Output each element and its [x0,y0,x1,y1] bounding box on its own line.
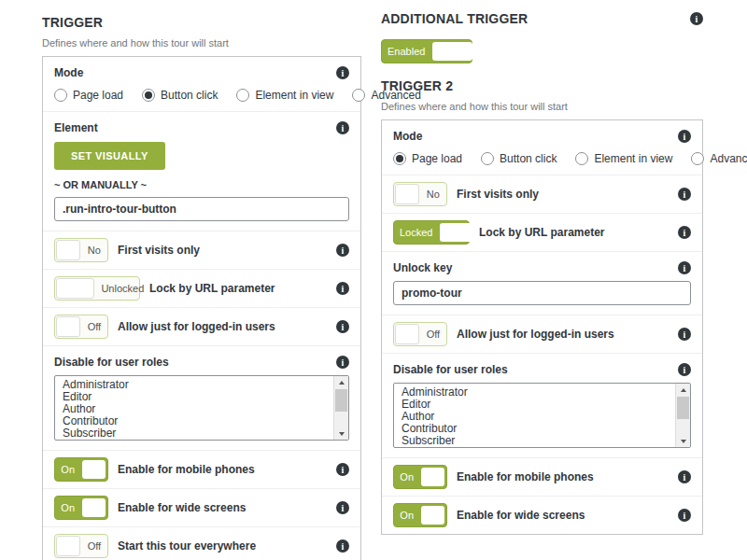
toggle-state-label: On [55,497,80,519]
scrollbar-thumb[interactable] [677,397,689,419]
radio-label: Button click [500,152,557,165]
logged-in-toggle[interactable]: Off [54,315,108,339]
unlock-key-input[interactable] [393,281,691,305]
info-icon[interactable] [336,501,349,514]
role-option[interactable]: Subscriber [63,427,326,440]
trigger-subtitle: Defines where and how this tour will sta… [42,37,361,49]
mobile-label: Enable for mobile phones [457,470,594,483]
role-option[interactable]: Subscriber [402,435,668,447]
mode-label: Mode [54,66,83,79]
info-icon[interactable] [678,188,691,201]
roles-label: Disable for user roles [393,363,508,376]
element-selector-input[interactable] [54,197,349,221]
roles-listbox[interactable]: Administrator Editor Author Contributor … [54,375,349,441]
wide-toggle[interactable]: On [54,496,108,520]
additional-trigger-enabled-toggle[interactable]: Enabled [381,39,472,63]
info-icon[interactable] [336,320,349,333]
radio-option-button-click[interactable]: Button click [481,152,557,165]
wide-toggle[interactable]: On [393,503,447,527]
listbox-scrollbar[interactable] [333,376,348,440]
roles-row: Disable for user roles Administrator Edi… [43,345,360,450]
lock-url-toggle[interactable]: Locked [393,220,470,245]
toggle-knob [56,536,80,556]
trigger-section: TRIGGER Defines where and how this tour … [42,15,361,560]
radio-option-element-in-view[interactable]: Element in view [236,89,333,102]
toggle-knob [82,498,106,517]
radio-option-element-in-view[interactable]: Element in view [575,152,672,165]
mobile-toggle[interactable]: On [54,457,108,482]
logged-in-toggle[interactable]: Off [393,322,447,346]
mobile-label: Enable for mobile phones [118,463,255,476]
info-icon[interactable] [336,539,349,553]
radio-option-button-click[interactable]: Button click [142,89,218,102]
roles-listbox[interactable]: Administrator Editor Author Contributor … [393,383,691,448]
first-visits-label: First visits only [118,244,200,257]
info-icon[interactable] [678,226,691,239]
radio-label: Page load [412,152,462,165]
logged-in-label: Allow just for logged-in users [457,328,614,341]
radio-icon-selected [142,89,155,102]
scroll-up-icon[interactable] [334,376,348,388]
info-icon[interactable] [336,66,349,79]
element-label: Element [54,121,98,134]
radio-option-advanced[interactable]: Advanced [691,152,747,165]
toggle-knob [421,468,444,486]
lock-url-toggle[interactable]: Unlocked [54,276,140,301]
toggle-state-label: Off [81,535,107,557]
info-icon[interactable] [336,356,349,369]
first-visits-toggle[interactable]: No [54,238,108,262]
set-visually-button[interactable]: SET VISUALLY [54,142,165,170]
radio-icon-selected [393,152,406,165]
radio-label: Element in view [594,152,672,165]
toggle-knob [432,42,472,61]
info-icon[interactable] [678,470,691,483]
first-visits-row: No First visits only [43,231,360,269]
radio-icon [481,152,494,165]
info-icon[interactable] [690,12,703,25]
logged-in-row-2: Off Allow just for logged-in users [382,315,702,353]
role-option[interactable]: Administrator [63,379,326,391]
radio-icon [54,89,67,102]
toggle-knob [421,506,444,525]
toggle-knob [440,223,472,242]
roles-label: Disable for user roles [54,356,169,369]
info-icon[interactable] [678,509,691,522]
info-icon[interactable] [336,282,349,295]
mode-row-2: Mode Page load Button click Element in v… [382,120,702,175]
first-visits-toggle[interactable]: No [393,182,447,206]
info-icon[interactable] [678,328,691,341]
trigger2-subtitle: Defines where and how this tour will sta… [381,101,703,112]
first-visits-row-2: No First visits only [382,175,702,213]
listbox-scrollbar[interactable] [675,384,690,447]
everywhere-row: Off Start this tour everywhere [43,526,360,560]
radio-option-page-load[interactable]: Page load [393,152,462,165]
info-icon[interactable] [678,261,691,274]
info-icon[interactable] [336,463,349,476]
info-icon[interactable] [678,363,691,376]
info-icon[interactable] [336,121,349,134]
everywhere-toggle[interactable]: Off [54,534,108,558]
radio-label: Page load [73,89,123,102]
toggle-state-label: On [55,458,80,481]
lock-url-row: Unlocked Lock by URL parameter [43,269,360,307]
lock-url-row-2: Locked Lock by URL parameter [382,213,702,251]
role-option[interactable]: Editor [402,399,668,411]
toggle-knob [56,316,80,337]
radio-option-page-load[interactable]: Page load [54,89,123,102]
scroll-down-icon[interactable] [334,427,348,440]
mobile-toggle[interactable]: On [393,465,447,489]
toggle-state-label: Enabled [382,40,430,63]
info-icon[interactable] [678,130,691,143]
toggle-state-label: On [394,466,419,488]
trigger2-panel: Mode Page load Button click Element in v… [381,119,703,535]
radio-label: Advanced [710,152,747,165]
toggle-knob [395,184,419,204]
scroll-up-icon[interactable] [676,384,690,396]
role-option[interactable]: Editor [63,391,326,403]
scrollbar-thumb[interactable] [335,389,347,412]
wide-label: Enable for wide screens [457,509,585,522]
radio-icon [575,152,588,165]
info-icon[interactable] [336,244,349,257]
role-option[interactable]: Administrator [402,386,668,399]
scroll-down-icon[interactable] [676,435,690,447]
